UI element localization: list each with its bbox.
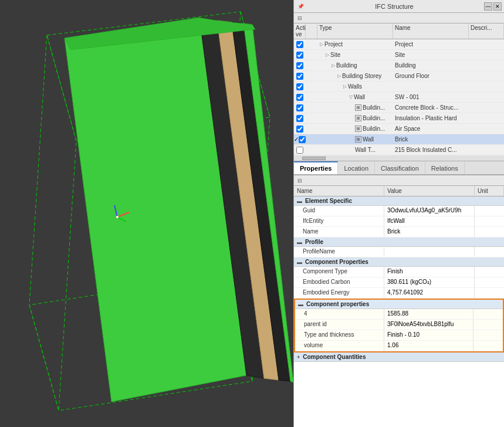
pin-icon[interactable]: 📌 <box>296 2 305 11</box>
check-cell: ✓ <box>294 136 306 143</box>
check-cell[interactable] <box>294 52 306 59</box>
type-cell: ▽ Wall <box>317 93 393 101</box>
name-cell: Ground Floor <box>393 72 469 80</box>
name-cell: Project <box>393 40 469 49</box>
tree-row[interactable]: ▷ Project Project <box>294 39 504 50</box>
prop-name: ProfileName <box>294 247 384 257</box>
collapse-icon: ▬ <box>297 259 302 265</box>
prop-value: Finish <box>384 267 475 277</box>
name-cell: Air Space <box>393 124 469 133</box>
tree-header: Acti ve Type Name Descri... <box>294 23 504 39</box>
check-cell[interactable] <box>294 73 306 80</box>
group-component-highlighted[interactable]: ▬ Component properties <box>295 300 503 309</box>
type-cell: ▷ Building Storey <box>317 72 393 80</box>
prop-name: Type and thickness <box>295 330 384 340</box>
group-element-specific[interactable]: ▬ Element Specific <box>294 196 504 206</box>
name-cell: Concrete Block - Struc... <box>393 103 469 112</box>
group-component-props[interactable]: ▬ Component Properties <box>294 257 504 267</box>
check-cell[interactable] <box>294 62 306 69</box>
row-checkbox[interactable] <box>296 73 303 80</box>
expand-icon: + <box>297 354 300 360</box>
prop-unit <box>473 309 503 319</box>
tree-row[interactable]: ⊞ Buildin... Concrete Block - Struc... <box>294 103 504 113</box>
row-checkbox[interactable] <box>296 126 303 133</box>
check-cell[interactable] <box>294 104 306 111</box>
tree-row[interactable]: ⊞ Buildin... Insulation - Plastic Hard <box>294 113 504 124</box>
prop-unit <box>475 288 504 298</box>
type-cell: ▷ Walls <box>317 82 393 91</box>
desc-cell <box>469 107 504 109</box>
group-label: Profile <box>305 239 323 245</box>
prop-unit <box>473 341 503 351</box>
group-label: Component Properties <box>305 259 368 265</box>
properties-table: ▬ Element Specific Guid 3OdwuLvfuU3Ag0_a… <box>294 196 504 427</box>
tabs-bar: Properties Location Classification Relat… <box>294 161 504 175</box>
tab-relations[interactable]: Relations <box>425 161 465 174</box>
tab-properties[interactable]: Properties <box>294 161 338 174</box>
check-cell[interactable] <box>294 115 306 122</box>
header-description: Descri... <box>469 23 504 39</box>
properties-toolbar: ⊟ <box>294 175 504 186</box>
tree-row[interactable]: ⊞ Buildin... Air Space <box>294 124 504 134</box>
properties-header: Name Value Unit <box>294 186 504 196</box>
prop-row: Embodied Carbon 380.611 (kgCO₂) <box>294 277 504 288</box>
name-cell: Brick <box>393 135 469 144</box>
row-checkbox[interactable] <box>296 83 303 90</box>
horizontal-scrollbar[interactable] <box>294 155 504 161</box>
row-checkbox[interactable] <box>296 104 303 111</box>
prop-unit <box>473 320 503 330</box>
prop-unit <box>475 277 504 287</box>
row-checkbox[interactable] <box>296 115 303 122</box>
prop-value: IfcWall <box>384 216 475 226</box>
tree-row[interactable]: ▷ Site Site <box>294 50 504 60</box>
row-checkbox[interactable] <box>299 136 306 143</box>
check-cell[interactable] <box>294 126 306 133</box>
prop-unit <box>475 247 504 257</box>
check-cell[interactable] <box>294 94 306 101</box>
collapse-icon[interactable]: ⊟ <box>296 14 304 22</box>
prop-unit <box>473 330 503 340</box>
desc-cell <box>469 65 504 67</box>
prop-name: parent id <box>295 320 384 330</box>
close-button[interactable]: ✕ <box>493 2 502 11</box>
prop-value: 1585.88 <box>384 309 473 319</box>
row-checkbox[interactable] <box>296 41 303 48</box>
tree-toolbar: ⊟ <box>294 13 504 23</box>
row-checkbox[interactable] <box>296 52 303 59</box>
ifc-structure-header: 📌 IFC Structure — ✕ <box>294 0 504 13</box>
collapse-props-icon[interactable]: ⊟ <box>296 177 304 185</box>
prop-name: IfcEntity <box>294 216 384 226</box>
prop-value: 3F0lNoeA54txvbLB81plfu <box>384 320 473 330</box>
tree-row[interactable]: ▷ Building Storey Ground Floor <box>294 71 504 82</box>
header-active: Acti ve <box>294 23 306 39</box>
row-checkbox[interactable] <box>296 147 303 154</box>
row-checkbox[interactable] <box>296 94 303 101</box>
prop-row: Component Type Finish <box>294 267 504 277</box>
prop-row: volume 1.06 <box>295 341 503 351</box>
group-profile[interactable]: ▬ Profile <box>294 238 504 247</box>
prop-name: volume <box>295 341 384 351</box>
row-checkbox[interactable] <box>296 62 303 69</box>
name-cell <box>393 86 469 88</box>
scroll-thumb[interactable] <box>302 157 326 160</box>
tree-row[interactable]: ▷ Walls <box>294 82 504 92</box>
prop-unit <box>475 267 504 277</box>
group-label: Component Quantities <box>303 354 366 360</box>
check-cell[interactable] <box>294 83 306 90</box>
name-cell: Building <box>393 61 469 70</box>
group-label: Component properties <box>306 301 369 307</box>
tree-row-selected[interactable]: ✓ ⊞ Wall Brick <box>294 134 504 145</box>
prop-row: ProfileName <box>294 247 504 257</box>
minimize-button[interactable]: — <box>484 2 492 11</box>
type-cell: ⊞ Buildin... <box>317 114 393 123</box>
prop-name: Name <box>294 227 384 237</box>
group-component-quantities[interactable]: + Component Quantities <box>294 353 504 362</box>
tree-row[interactable]: Wall T... 215 Block Insulated C... <box>294 145 504 155</box>
tree-row[interactable]: ▽ Wall SW - 001 <box>294 92 504 103</box>
prop-header-unit: Unit <box>475 186 504 196</box>
tab-location[interactable]: Location <box>338 161 375 174</box>
tab-classification[interactable]: Classification <box>375 161 425 174</box>
check-cell[interactable] <box>294 41 306 48</box>
check-cell[interactable] <box>294 147 306 154</box>
tree-row[interactable]: ▷ Building Building <box>294 60 504 71</box>
